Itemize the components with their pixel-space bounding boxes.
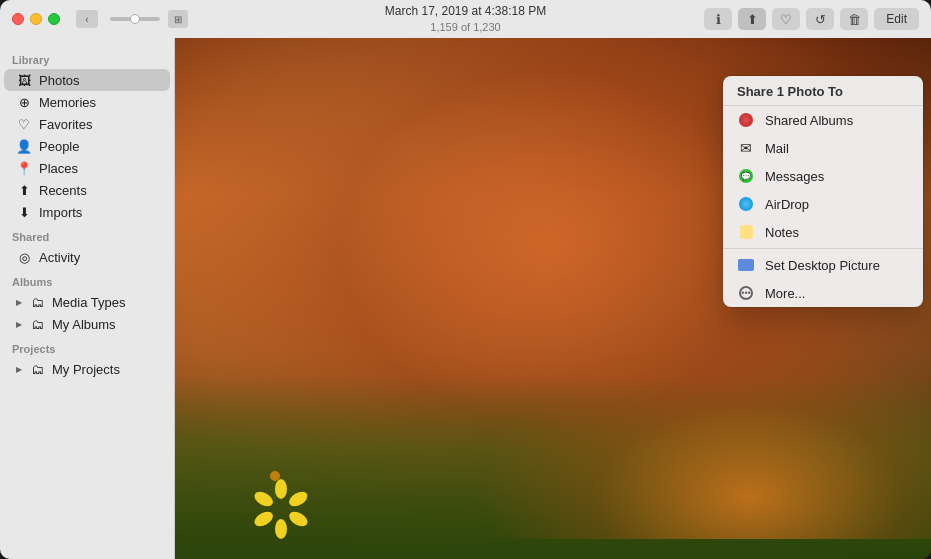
dropdown-item-more[interactable]: ••• More...	[723, 279, 923, 307]
sidebar-item-people[interactable]: 👤 People	[4, 135, 170, 157]
dropdown-item-shared-albums[interactable]: Shared Albums	[723, 106, 923, 134]
sidebar-label-recents: Recents	[39, 183, 87, 198]
maximize-button[interactable]	[48, 13, 60, 25]
shared-section-label: Shared	[0, 223, 174, 246]
dropdown-label-shared-albums: Shared Albums	[765, 113, 853, 128]
dropdown-label-mail: Mail	[765, 141, 789, 156]
orange-flowers	[477, 331, 931, 539]
airdrop-icon	[737, 195, 755, 213]
photo-content: Share 1 Photo To Shared Albums ✉ Mail	[175, 38, 931, 559]
sidebar-item-imports[interactable]: ⬇ Imports	[4, 201, 170, 223]
grid-view-button[interactable]: ⊞	[168, 10, 188, 28]
dropdown-item-mail[interactable]: ✉ Mail	[723, 134, 923, 162]
close-button[interactable]	[12, 13, 24, 25]
dropdown-item-notes[interactable]: Notes	[723, 218, 923, 246]
notes-icon	[737, 223, 755, 241]
share-icon: ⬆	[747, 12, 758, 27]
dropdown-label-notes: Notes	[765, 225, 799, 240]
set-desktop-icon	[737, 256, 755, 274]
photo-count: 1,159 of 1,230	[385, 20, 546, 34]
trash-icon: 🗑	[848, 12, 861, 27]
sidebar-item-activity[interactable]: ◎ Activity	[4, 246, 170, 268]
more-icon: •••	[737, 284, 755, 302]
sidebar-group-my-projects[interactable]: ▶ 🗂 My Projects	[4, 358, 170, 380]
dropdown-item-messages[interactable]: 💬 Messages	[723, 162, 923, 190]
zoom-slider-thumb[interactable]	[130, 14, 140, 24]
photos-icon: 🖼	[16, 72, 32, 88]
dropdown-label-set-desktop: Set Desktop Picture	[765, 258, 880, 273]
sidebar-label-imports: Imports	[39, 205, 82, 220]
heart-icon: ♡	[780, 12, 792, 27]
sidebar-label-places: Places	[39, 161, 78, 176]
expand-icon-media-types: ▶	[16, 298, 22, 307]
shared-albums-icon	[737, 111, 755, 129]
back-button[interactable]: ‹	[76, 10, 98, 28]
activity-icon: ◎	[16, 249, 32, 265]
sidebar-item-favorites[interactable]: ♡ Favorites	[4, 113, 170, 135]
messages-icon: 💬	[737, 167, 755, 185]
zoom-slider-track	[110, 17, 160, 21]
sidebar-label-memories: Memories	[39, 95, 96, 110]
sidebar-item-places[interactable]: 📍 Places	[4, 157, 170, 179]
info-icon: ℹ	[716, 12, 721, 27]
dropdown-divider	[723, 248, 923, 249]
sidebar-group-my-albums[interactable]: ▶ 🗂 My Albums	[4, 313, 170, 335]
favorite-button[interactable]: ♡	[772, 8, 800, 30]
imports-icon: ⬇	[16, 204, 32, 220]
titlebar-title: March 17, 2019 at 4:38:18 PM 1,159 of 1,…	[385, 4, 546, 34]
memories-icon: ⊕	[16, 94, 32, 110]
titlebar-actions: ℹ ⬆ ♡ ↺ 🗑 Edit	[704, 8, 919, 30]
share-dropdown: Share 1 Photo To Shared Albums ✉ Mail	[723, 76, 923, 307]
sidebar-item-memories[interactable]: ⊕ Memories	[4, 91, 170, 113]
rotate-button[interactable]: ↺	[806, 8, 834, 30]
dropdown-label-airdrop: AirDrop	[765, 197, 809, 212]
sidebar-label-media-types: Media Types	[52, 295, 125, 310]
expand-icon-my-projects: ▶	[16, 365, 22, 374]
rotate-icon: ↺	[815, 12, 826, 27]
share-button[interactable]: ⬆	[738, 8, 766, 30]
places-icon: 📍	[16, 160, 32, 176]
app-body: Library 🖼 Photos ⊕ Memories ♡ Favorites …	[0, 38, 931, 559]
zoom-slider-area	[110, 17, 160, 21]
sidebar-label-activity: Activity	[39, 250, 80, 265]
my-albums-folder-icon: 🗂	[29, 316, 45, 332]
expand-icon-my-albums: ▶	[16, 320, 22, 329]
sidebar: Library 🖼 Photos ⊕ Memories ♡ Favorites …	[0, 38, 175, 559]
dropdown-item-set-desktop[interactable]: Set Desktop Picture	[723, 251, 923, 279]
sidebar-label-my-projects: My Projects	[52, 362, 120, 377]
sidebar-group-media-types[interactable]: ▶ 🗂 Media Types	[4, 291, 170, 313]
favorites-icon: ♡	[16, 116, 32, 132]
my-projects-folder-icon: 🗂	[29, 361, 45, 377]
media-types-folder-icon: 🗂	[29, 294, 45, 310]
sidebar-item-recents[interactable]: ⬆ Recents	[4, 179, 170, 201]
sidebar-label-my-albums: My Albums	[52, 317, 116, 332]
sidebar-label-people: People	[39, 139, 79, 154]
app-window: ‹ ⊞ March 17, 2019 at 4:38:18 PM 1,159 o…	[0, 0, 931, 559]
delete-button[interactable]: 🗑	[840, 8, 868, 30]
library-section-label: Library	[0, 46, 174, 69]
traffic-lights	[12, 13, 60, 25]
albums-section-label: Albums	[0, 268, 174, 291]
info-button[interactable]: ℹ	[704, 8, 732, 30]
projects-section-label: Projects	[0, 335, 174, 358]
sidebar-item-photos[interactable]: 🖼 Photos	[4, 69, 170, 91]
titlebar: ‹ ⊞ March 17, 2019 at 4:38:18 PM 1,159 o…	[0, 0, 931, 38]
photo-date: March 17, 2019 at 4:38:18 PM	[385, 4, 546, 20]
edit-button[interactable]: Edit	[874, 8, 919, 30]
people-icon: 👤	[16, 138, 32, 154]
nav-buttons: ‹ ⊞	[76, 10, 188, 28]
dropdown-label-more: More...	[765, 286, 805, 301]
dropdown-header: Share 1 Photo To	[723, 76, 923, 106]
sidebar-label-photos: Photos	[39, 73, 79, 88]
dropdown-label-messages: Messages	[765, 169, 824, 184]
minimize-button[interactable]	[30, 13, 42, 25]
recents-icon: ⬆	[16, 182, 32, 198]
dropdown-item-airdrop[interactable]: AirDrop	[723, 190, 923, 218]
sidebar-label-favorites: Favorites	[39, 117, 92, 132]
yellow-flower	[255, 449, 295, 499]
mail-icon: ✉	[737, 139, 755, 157]
